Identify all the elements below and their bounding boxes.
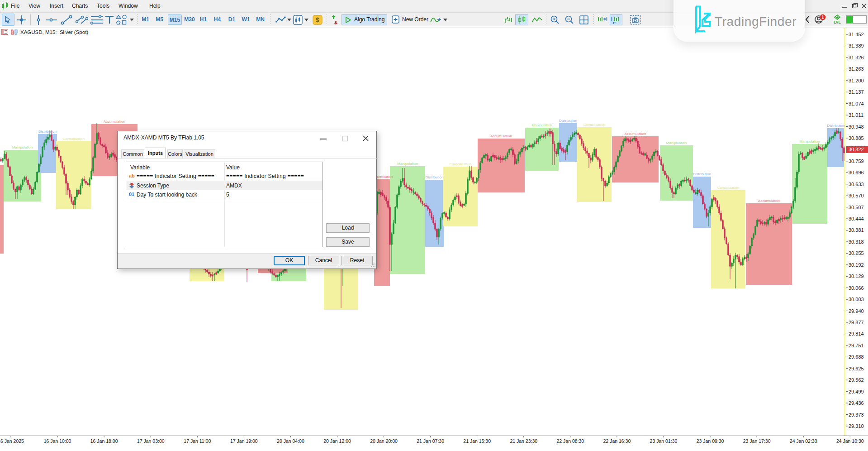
svg-text:Distribution: Distribution — [827, 124, 845, 128]
svg-text:30.129: 30.129 — [849, 273, 864, 279]
svg-text:30.759: 30.759 — [849, 158, 864, 164]
svg-text:Manipulation: Manipulation — [12, 145, 33, 149]
svg-text:23 Jan 17:30: 23 Jan 17:30 — [743, 438, 771, 444]
svg-text:22 Jan 08:30: 22 Jan 08:30 — [556, 438, 584, 444]
svg-text:$: $ — [316, 16, 319, 24]
svg-text:Consolidation: Consolidation — [583, 123, 605, 127]
svg-text:23 Jan 09:30: 23 Jan 09:30 — [697, 438, 724, 444]
svg-text:30.003: 30.003 — [849, 297, 864, 302]
svg-text:1: 1 — [821, 15, 824, 20]
svg-text:31.200: 31.200 — [849, 78, 864, 83]
svg-text:29.688: 29.688 — [849, 354, 864, 360]
svg-text:Consolidation: Consolidation — [63, 137, 85, 141]
svg-text:29.373: 29.373 — [849, 412, 864, 417]
svg-text:31.137: 31.137 — [849, 89, 864, 95]
svg-text:Distribution: Distribution — [38, 130, 57, 134]
svg-text:17 Jan 11:00: 17 Jan 11:00 — [184, 438, 211, 444]
svg-text:24 Jan 10:30: 24 Jan 10:30 — [836, 438, 864, 444]
svg-text:22 Jan 16:30: 22 Jan 16:30 — [603, 438, 631, 444]
svg-text:29.625: 29.625 — [849, 366, 864, 371]
svg-text:30.633: 30.633 — [849, 182, 864, 187]
svg-text:21 Jan 07:30: 21 Jan 07:30 — [417, 438, 444, 444]
svg-text:21 Jan 23:30: 21 Jan 23:30 — [510, 438, 537, 444]
svg-text:30.192: 30.192 — [849, 262, 864, 268]
svg-text:Accumulation: Accumulation — [624, 132, 646, 136]
svg-text:30.444: 30.444 — [849, 216, 864, 221]
svg-text:Manipulation: Manipulation — [666, 141, 687, 145]
svg-text:20 Jan 04:00: 20 Jan 04:00 — [277, 438, 304, 444]
svg-text:30.318: 30.318 — [849, 239, 864, 245]
svg-text:29.751: 29.751 — [849, 343, 864, 348]
svg-text:16 Jan 2025: 16 Jan 2025 — [0, 438, 24, 444]
svg-text:21 Jan 15:30: 21 Jan 15:30 — [463, 438, 491, 444]
svg-text:17 Jan 03:00: 17 Jan 03:00 — [137, 438, 165, 444]
svg-text:Consolidation: Consolidation — [449, 162, 471, 166]
svg-text:31.389: 31.389 — [849, 43, 864, 48]
svg-text:Manipulation: Manipulation — [397, 162, 417, 166]
svg-text:30.885: 30.885 — [849, 135, 864, 141]
svg-text:23 Jan 01:30: 23 Jan 01:30 — [650, 438, 678, 444]
svg-text:Manipulation: Manipulation — [531, 123, 552, 127]
svg-text:16 Jan 10:00: 16 Jan 10:00 — [44, 438, 71, 444]
svg-text:31.263: 31.263 — [849, 66, 864, 72]
svg-text:29.940: 29.940 — [849, 308, 864, 314]
svg-text:31.452: 31.452 — [849, 32, 864, 37]
svg-text:17 Jan 19:00: 17 Jan 19:00 — [230, 438, 258, 444]
svg-text:Accumulation: Accumulation — [104, 120, 125, 124]
svg-text:Distribution: Distribution — [559, 119, 577, 123]
svg-text:31.326: 31.326 — [849, 55, 864, 60]
svg-text:30.066: 30.066 — [849, 285, 864, 291]
svg-text:24 Jan 02:30: 24 Jan 02:30 — [790, 438, 817, 444]
svg-text:29.814: 29.814 — [849, 331, 864, 336]
svg-text:Accumulation: Accumulation — [758, 199, 780, 203]
svg-text:29.310: 29.310 — [849, 423, 864, 429]
svg-text:30.696: 30.696 — [849, 170, 864, 175]
svg-text:LVL: LVL — [834, 20, 840, 24]
svg-text:Distribution: Distribution — [693, 172, 711, 176]
svg-text:30.255: 30.255 — [849, 250, 864, 256]
svg-text:29.562: 29.562 — [849, 377, 864, 383]
svg-text:31.074: 31.074 — [849, 101, 864, 106]
svg-text:30.948: 30.948 — [849, 124, 864, 130]
svg-text:20 Jan 20:00: 20 Jan 20:00 — [370, 438, 398, 444]
svg-text:31.011: 31.011 — [849, 112, 863, 118]
svg-text:16 Jan 18:00: 16 Jan 18:00 — [90, 438, 118, 444]
svg-text:30.570: 30.570 — [849, 193, 864, 198]
svg-text:20 Jan 12:00: 20 Jan 12:00 — [323, 438, 351, 444]
svg-text:29.877: 29.877 — [849, 320, 864, 325]
svg-text:Distribution: Distribution — [425, 175, 443, 179]
svg-text:Accumulation: Accumulation — [490, 134, 512, 138]
svg-text:Manipulation: Manipulation — [799, 139, 820, 144]
svg-text:29.436: 29.436 — [849, 400, 864, 406]
svg-text:TradingFinder: TradingFinder — [715, 14, 797, 29]
svg-text:30.507: 30.507 — [849, 205, 864, 210]
svg-text:29.499: 29.499 — [849, 389, 864, 394]
svg-text:30.822: 30.822 — [849, 147, 864, 152]
svg-text:Consolidation: Consolidation — [717, 186, 739, 190]
svg-text:30.381: 30.381 — [849, 227, 864, 233]
